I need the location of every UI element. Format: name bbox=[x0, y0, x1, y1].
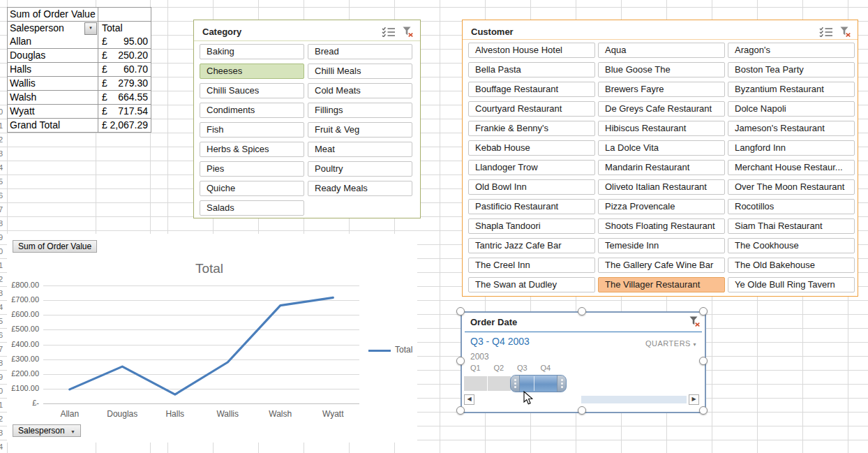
row-number: 1 bbox=[0, 398, 5, 412]
pivot-row: Grand Total£2,067.29 bbox=[8, 118, 151, 132]
timeline-header-rule bbox=[465, 332, 702, 332]
row-number: 0 bbox=[0, 384, 5, 398]
row-number: 6 bbox=[0, 188, 5, 202]
x-axis-category-label: Wallis bbox=[203, 409, 252, 419]
chart-gridline bbox=[43, 315, 359, 315]
slicer-item[interactable]: Tantric Jazz Cafe Bar bbox=[468, 238, 595, 253]
slicer-item[interactable]: Pizza Provencale bbox=[598, 199, 725, 214]
slicer-item[interactable]: Kebab House bbox=[468, 140, 595, 156]
slicer-item[interactable]: Byzantium Restaurant bbox=[728, 82, 855, 97]
timeline-left-handle[interactable] bbox=[511, 376, 520, 392]
timeline-quarter-bar[interactable] bbox=[488, 376, 511, 391]
slicer-item[interactable]: Over The Moon Restaurant bbox=[728, 179, 855, 195]
slicer-item[interactable]: Poultry bbox=[308, 161, 412, 177]
order-date-timeline: Order Date Q3 - Q4 2003 QUARTERS ▾ 2003 … bbox=[458, 309, 708, 415]
slicer-item[interactable]: Alveston House Hotel bbox=[468, 43, 595, 58]
filter-dropdown-icon[interactable]: ▼ bbox=[84, 22, 97, 35]
selection-handle[interactable] bbox=[456, 406, 465, 415]
chart-gridline bbox=[43, 359, 359, 360]
chart-value-field-button[interactable]: Sum of Order Value bbox=[13, 240, 97, 253]
slicer-item[interactable]: Herbs & Spices bbox=[200, 142, 304, 157]
slicer-item[interactable]: The Swan at Dudley bbox=[468, 277, 595, 292]
slicer-item[interactable]: The Creel Inn bbox=[468, 258, 595, 273]
slicer-item[interactable]: Dolce Napoli bbox=[728, 101, 855, 117]
slicer-item[interactable]: Brewers Fayre bbox=[598, 82, 725, 97]
slicer-item[interactable]: Mandarin Restaurant bbox=[598, 160, 725, 175]
pivot-header-row: Salesperson ▼ Total bbox=[8, 21, 151, 35]
slicer-item[interactable]: Shoots Floating Restaurant bbox=[598, 218, 725, 234]
slicer-item[interactable]: Meat bbox=[308, 142, 412, 157]
timeline-scrollbar-thumb[interactable] bbox=[581, 396, 687, 403]
slicer-item[interactable]: The Gallery Cafe Wine Bar bbox=[598, 258, 725, 273]
selection-handle[interactable] bbox=[578, 406, 586, 415]
slicer-item[interactable]: Aqua bbox=[598, 43, 725, 58]
timeline-scroll-left-button[interactable]: ◀ bbox=[464, 394, 474, 405]
chart-axis-field-button[interactable]: Salesperson ▼ bbox=[13, 424, 81, 437]
x-axis-category-label: Halls bbox=[151, 409, 200, 419]
slicer-item[interactable]: Baking bbox=[200, 44, 304, 59]
chart-gridline bbox=[43, 285, 359, 286]
slicer-item[interactable]: Shapla Tandoori bbox=[468, 218, 595, 234]
legend-label: Total bbox=[395, 345, 412, 355]
slicer-item[interactable]: Salads bbox=[200, 200, 304, 216]
multi-select-icon[interactable] bbox=[382, 27, 396, 40]
clear-filter-icon[interactable] bbox=[402, 26, 414, 40]
slicer-item[interactable]: Condiments bbox=[200, 103, 304, 118]
selection-handle[interactable] bbox=[456, 307, 465, 315]
slicer-item[interactable]: Langford Inn bbox=[728, 140, 855, 156]
slicer-item[interactable]: Aragon's bbox=[728, 43, 855, 58]
slicer-item[interactable]: Bella Pasta bbox=[468, 62, 595, 77]
slicer-item[interactable]: Oliveto Italian Restaurant bbox=[598, 179, 725, 195]
slicer-item[interactable]: Frankie & Benny's bbox=[468, 121, 595, 136]
slicer-item[interactable]: Blue Goose The bbox=[598, 62, 725, 77]
clear-filter-icon[interactable] bbox=[689, 315, 701, 330]
timeline-selected-span[interactable] bbox=[510, 375, 567, 392]
selection-handle[interactable] bbox=[699, 357, 708, 365]
slicer-item[interactable]: Chilli Sauces bbox=[200, 83, 304, 98]
row-number: 9 bbox=[0, 230, 5, 244]
slicer-item[interactable]: Bouffage Restaurant bbox=[468, 82, 595, 97]
slicer-item[interactable]: Fruit & Veg bbox=[308, 122, 412, 138]
timeline-scroll-right-button[interactable]: ▶ bbox=[689, 394, 699, 405]
selection-handle[interactable] bbox=[578, 307, 586, 315]
slicer-item[interactable]: Pastificio Restaurant bbox=[468, 199, 595, 214]
slicer-item[interactable]: La Dolce Vita bbox=[598, 140, 725, 156]
slicer-item[interactable]: Ready Meals bbox=[308, 181, 412, 196]
slicer-item[interactable]: The Cookhouse bbox=[728, 238, 855, 253]
slicer-item[interactable]: Rocotillos bbox=[728, 199, 855, 214]
pivot-row: Wyatt£717.54 bbox=[8, 104, 151, 118]
slicer-item[interactable]: The Villager Restaurant bbox=[598, 277, 725, 292]
slicer-item[interactable]: Hibiscus Restaurant bbox=[598, 121, 725, 136]
slicer-item[interactable]: Temeside Inn bbox=[598, 238, 725, 253]
slicer-item[interactable]: Bread bbox=[308, 44, 412, 59]
timeline-granularity-dropdown[interactable]: QUARTERS ▾ bbox=[645, 339, 696, 348]
selection-handle[interactable] bbox=[699, 307, 708, 315]
multi-select-icon[interactable] bbox=[819, 27, 833, 40]
slicer-item[interactable]: Old Bowl Inn bbox=[468, 179, 595, 195]
timeline-right-handle[interactable] bbox=[557, 376, 566, 392]
row-number: 6 bbox=[0, 328, 5, 342]
row-number: 4 bbox=[0, 440, 5, 453]
selection-handle[interactable] bbox=[456, 357, 465, 365]
slicer-item[interactable]: Boston Tea Party bbox=[728, 62, 855, 77]
slicer-item[interactable]: Siam Thai Restaurant bbox=[728, 218, 855, 234]
slicer-item[interactable]: Llandoger Trow bbox=[468, 160, 595, 175]
slicer-item[interactable]: Quiche bbox=[200, 181, 304, 196]
slicer-item[interactable]: Cold Meats bbox=[308, 83, 412, 98]
y-axis-tick-label: £500.00 bbox=[7, 324, 39, 334]
pivot-value-header: Total bbox=[98, 22, 151, 35]
slicer-item[interactable]: Fillings bbox=[308, 103, 412, 118]
slicer-item[interactable]: Pies bbox=[200, 161, 304, 177]
selection-handle[interactable] bbox=[699, 406, 708, 415]
slicer-item[interactable]: The Old Bakehouse bbox=[728, 258, 855, 273]
slicer-item[interactable]: Cheeses bbox=[200, 64, 304, 79]
timeline-quarter-bar[interactable] bbox=[464, 376, 487, 391]
slicer-item[interactable]: Ye Olde Bull Ring Tavern bbox=[728, 277, 855, 292]
slicer-item[interactable]: Jameson's Restaurant bbox=[728, 121, 855, 136]
clear-filter-icon[interactable] bbox=[839, 26, 851, 40]
slicer-item[interactable]: Merchant House Restaur... bbox=[728, 160, 855, 175]
slicer-item[interactable]: Courtyard Restaurant bbox=[468, 101, 595, 117]
slicer-item[interactable]: Chilli Meals bbox=[308, 64, 412, 79]
slicer-item[interactable]: Fish bbox=[200, 122, 304, 138]
slicer-item[interactable]: De Greys Cafe Restaurant bbox=[598, 101, 725, 117]
